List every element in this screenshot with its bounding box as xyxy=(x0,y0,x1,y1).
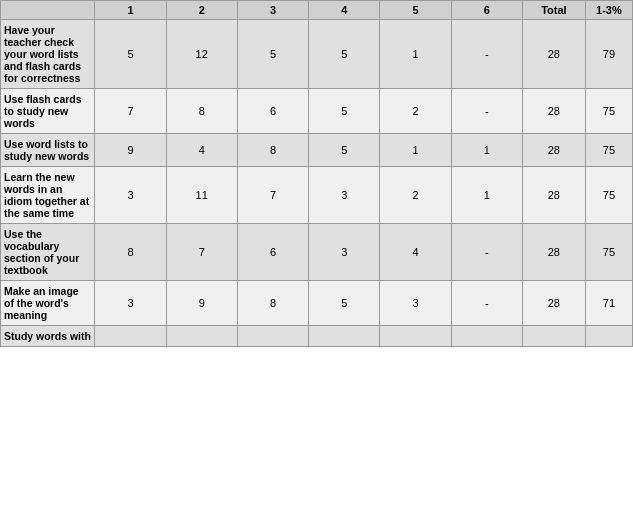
row-label-0: Have your teacher check your word lists … xyxy=(1,20,95,89)
table-row: Learn the new words in an idiom together… xyxy=(1,167,633,224)
cell-r2-c4: 1 xyxy=(380,134,451,167)
header-col-4: 4 xyxy=(309,1,380,20)
table-row: Study words with xyxy=(1,326,633,347)
header-col-5: 5 xyxy=(380,1,451,20)
cell-r1-c4: 2 xyxy=(380,89,451,134)
cell-r0-c4: 1 xyxy=(380,20,451,89)
cell-r1-c7: 75 xyxy=(585,89,632,134)
cell-r5-c1: 9 xyxy=(166,281,237,326)
cell-r3-c1: 11 xyxy=(166,167,237,224)
cell-r5-c7: 71 xyxy=(585,281,632,326)
cell-r6-c6 xyxy=(522,326,585,347)
header-col-2: 2 xyxy=(166,1,237,20)
cell-r6-c7 xyxy=(585,326,632,347)
cell-r3-c2: 7 xyxy=(237,167,308,224)
header-col-1: 1 xyxy=(95,1,166,20)
cell-r0-c6: 28 xyxy=(522,20,585,89)
cell-r4-c3: 3 xyxy=(309,224,380,281)
cell-r5-c5: - xyxy=(451,281,522,326)
row-label-3: Learn the new words in an idiom together… xyxy=(1,167,95,224)
cell-r3-c6: 28 xyxy=(522,167,585,224)
cell-r0-c5: - xyxy=(451,20,522,89)
cell-r3-c0: 3 xyxy=(95,167,166,224)
row-label-2: Use word lists to study new words xyxy=(1,134,95,167)
table-header: 123456Total1-3% xyxy=(1,1,633,20)
cell-r6-c5 xyxy=(451,326,522,347)
cell-r2-c5: 1 xyxy=(451,134,522,167)
table-row: Make an image of the word's meaning39853… xyxy=(1,281,633,326)
cell-r0-c3: 5 xyxy=(309,20,380,89)
cell-r5-c2: 8 xyxy=(237,281,308,326)
table-row: Use flash cards to study new words78652-… xyxy=(1,89,633,134)
table-row: Have your teacher check your word lists … xyxy=(1,20,633,89)
cell-r6-c4 xyxy=(380,326,451,347)
row-label-6: Study words with xyxy=(1,326,95,347)
cell-r1-c2: 6 xyxy=(237,89,308,134)
cell-r5-c0: 3 xyxy=(95,281,166,326)
cell-r3-c7: 75 xyxy=(585,167,632,224)
row-label-1: Use flash cards to study new words xyxy=(1,89,95,134)
cell-r1-c5: - xyxy=(451,89,522,134)
cell-r3-c5: 1 xyxy=(451,167,522,224)
cell-r4-c1: 7 xyxy=(166,224,237,281)
cell-r0-c1: 12 xyxy=(166,20,237,89)
table-body: Have your teacher check your word lists … xyxy=(1,20,633,347)
cell-r5-c3: 5 xyxy=(309,281,380,326)
header-label-col xyxy=(1,1,95,20)
cell-r2-c2: 8 xyxy=(237,134,308,167)
cell-r0-c0: 5 xyxy=(95,20,166,89)
cell-r2-c3: 5 xyxy=(309,134,380,167)
table-row: Use word lists to study new words9485112… xyxy=(1,134,633,167)
cell-r3-c3: 3 xyxy=(309,167,380,224)
cell-r1-c0: 7 xyxy=(95,89,166,134)
header-col-6: 6 xyxy=(451,1,522,20)
cell-r4-c5: - xyxy=(451,224,522,281)
cell-r4-c2: 6 xyxy=(237,224,308,281)
cell-r2-c6: 28 xyxy=(522,134,585,167)
cell-r4-c4: 4 xyxy=(380,224,451,281)
row-label-5: Make an image of the word's meaning xyxy=(1,281,95,326)
cell-r6-c3 xyxy=(309,326,380,347)
cell-r2-c0: 9 xyxy=(95,134,166,167)
cell-r5-c6: 28 xyxy=(522,281,585,326)
cell-r6-c0 xyxy=(95,326,166,347)
cell-r1-c3: 5 xyxy=(309,89,380,134)
cell-r0-c7: 79 xyxy=(585,20,632,89)
cell-r2-c1: 4 xyxy=(166,134,237,167)
cell-r5-c4: 3 xyxy=(380,281,451,326)
cell-r4-c7: 75 xyxy=(585,224,632,281)
header-col-8: 1-3% xyxy=(585,1,632,20)
cell-r6-c1 xyxy=(166,326,237,347)
cell-r4-c0: 8 xyxy=(95,224,166,281)
header-col-7: Total xyxy=(522,1,585,20)
cell-r1-c6: 28 xyxy=(522,89,585,134)
cell-r6-c2 xyxy=(237,326,308,347)
cell-r1-c1: 8 xyxy=(166,89,237,134)
row-label-4: Use the vocabulary section of your textb… xyxy=(1,224,95,281)
table-row: Use the vocabulary section of your textb… xyxy=(1,224,633,281)
header-col-3: 3 xyxy=(237,1,308,20)
cell-r2-c7: 75 xyxy=(585,134,632,167)
cell-r4-c6: 28 xyxy=(522,224,585,281)
cell-r3-c4: 2 xyxy=(380,167,451,224)
cell-r0-c2: 5 xyxy=(237,20,308,89)
